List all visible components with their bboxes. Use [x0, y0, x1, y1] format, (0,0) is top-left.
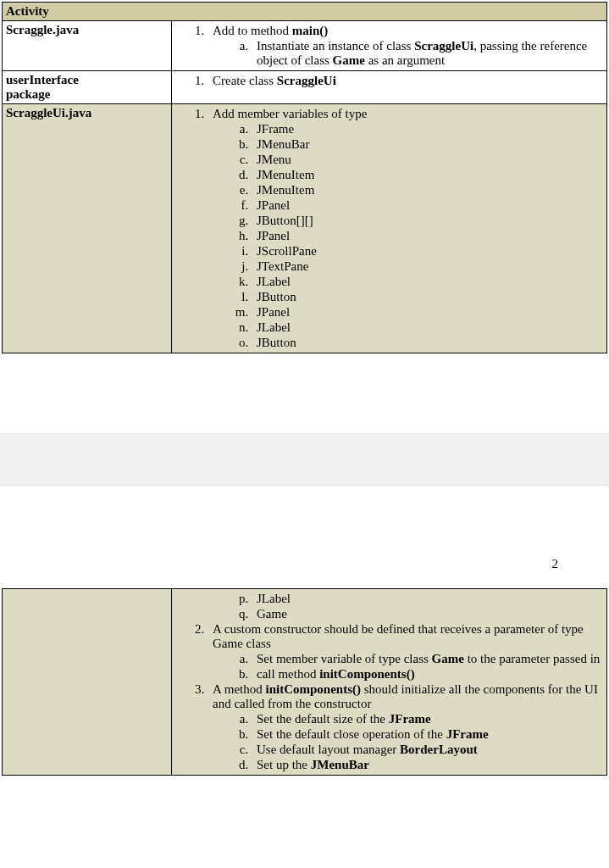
list-item: JPanel: [252, 229, 603, 243]
table-header: Activity: [3, 3, 607, 21]
list-item: Create class ScraggleUi: [208, 74, 603, 88]
row-scraggleui-content: Add member variables of type JFrame JMen…: [172, 104, 607, 353]
list-item: JPanel: [252, 198, 603, 213]
page-number: 2: [0, 533, 609, 587]
list-item: Set the default size of the JFrame: [252, 712, 603, 726]
list-item: Set member variable of type class Game t…: [252, 652, 603, 666]
table-row: ScraggleUi.java Add member variables of …: [3, 104, 607, 353]
list-item: JPanel: [252, 305, 603, 320]
row-scraggle-java: Scraggle.java: [3, 21, 172, 71]
page-gap-bar: [0, 433, 609, 486]
row-scraggle-java-content: Add to method main() Instantiate an inst…: [172, 21, 607, 71]
list-item: JTextPane: [252, 259, 603, 274]
list-item: Add member variables of type JFrame JMen…: [208, 107, 603, 350]
activity-table-part1: Activity Scraggle.java Add to method mai…: [2, 2, 607, 353]
row-continuation-content: JLabel Game A custom constructor should …: [172, 589, 607, 776]
row-continuation-left: [3, 589, 172, 776]
row-scraggleui-java: ScraggleUi.java: [3, 104, 172, 353]
list-item: JButton: [252, 290, 603, 304]
list-item: JButton[][]: [252, 214, 603, 228]
list-item: JLabel: [252, 320, 603, 335]
list-item: Game: [252, 607, 603, 621]
list-item: JMenu: [252, 153, 603, 167]
list-item: JScrollPane: [252, 244, 603, 259]
activity-table-part2: JLabel Game A custom constructor should …: [2, 588, 607, 776]
table-row: userInterfacepackage Create class Scragg…: [3, 71, 607, 104]
list-item: JLabel: [252, 275, 603, 289]
list-item: JButton: [252, 336, 603, 350]
list-item: Set up the JMenuBar: [252, 758, 603, 772]
list-item: call method initComponents(): [252, 667, 603, 682]
table-row: Scraggle.java Add to method main() Insta…: [3, 21, 607, 71]
list-item: Use default layout manager BorderLayout: [252, 743, 603, 757]
row-userinterface-content: Create class ScraggleUi: [172, 71, 607, 104]
list-item: Add to method main() Instantiate an inst…: [208, 24, 603, 68]
list-item: A custom constructor should be defined t…: [208, 622, 603, 682]
list-item: JMenuBar: [252, 137, 603, 152]
row-userinterface-package: userInterfacepackage: [3, 71, 172, 104]
list-item: A method initComponents() should initial…: [208, 682, 603, 772]
list-item: Set the default close operation of the J…: [252, 727, 603, 742]
list-item: Instantiate an instance of class Scraggl…: [252, 39, 603, 68]
table-row: JLabel Game A custom constructor should …: [3, 589, 607, 776]
list-item: JMenuItem: [252, 168, 603, 182]
list-item: JLabel: [252, 592, 603, 606]
list-item: JMenuItem: [252, 183, 603, 198]
list-item: JFrame: [252, 122, 603, 136]
